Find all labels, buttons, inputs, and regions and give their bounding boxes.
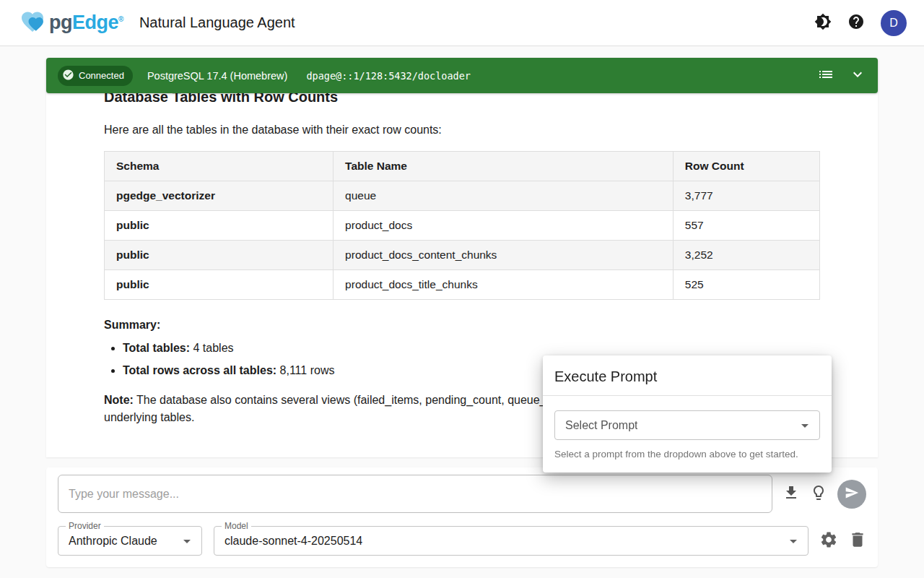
prompt-select[interactable]: Select Prompt — [554, 410, 820, 440]
summary-item-total-tables: Total tables: 4 tables — [123, 342, 820, 355]
composer-panel: Provider Anthropic Claude Model claude-s… — [46, 467, 878, 567]
column-header-table-name: Table Name — [334, 152, 674, 181]
clear-chat-button[interactable] — [849, 532, 866, 550]
dark-mode-icon — [814, 13, 832, 33]
download-icon — [783, 484, 800, 504]
message-intro: Here are all the tables in the database … — [104, 124, 820, 137]
tips-button[interactable] — [810, 486, 827, 503]
model-select-label: Model — [222, 521, 251, 531]
dropdown-arrow-icon — [796, 417, 814, 434]
pgedge-logo-text: pgEdge® — [49, 12, 123, 34]
connection-status-label: Connected — [79, 70, 124, 81]
gear-icon — [819, 530, 838, 551]
dialog-helper-text: Select a prompt from the dropdown above … — [543, 440, 832, 473]
message-heading: Database Tables with Row Counts — [104, 93, 820, 106]
chevron-down-icon — [178, 532, 196, 550]
chevron-down-icon — [849, 66, 866, 85]
connection-bar: Connected PostgreSQL 17.4 (Homebrew) dpa… — [46, 58, 878, 93]
dialog-title: Execute Prompt — [543, 355, 832, 395]
chevron-down-icon — [785, 532, 802, 550]
send-button[interactable] — [837, 480, 866, 509]
provider-select[interactable]: Provider Anthropic Claude — [58, 526, 202, 556]
connection-status-badge: Connected — [58, 66, 133, 86]
provider-select-value: Anthropic Claude — [69, 535, 157, 548]
help-button[interactable] — [847, 14, 865, 32]
prompt-select-value: Select Prompt — [565, 419, 637, 432]
user-avatar[interactable]: D — [881, 10, 907, 36]
collapse-connection-button[interactable] — [849, 67, 866, 85]
results-table: Schema Table Name Row Count pgedge_vecto… — [104, 151, 820, 300]
model-select[interactable]: Model claude-sonnet-4-20250514 — [214, 526, 808, 556]
provider-select-label: Provider — [66, 521, 104, 531]
page-title: Natural Language Agent — [139, 14, 295, 31]
app-header: pgEdge® Natural Language Agent D — [0, 0, 924, 46]
pgedge-logo-icon — [17, 9, 48, 38]
check-circle-icon — [62, 69, 74, 83]
model-select-value: claude-sonnet-4-20250514 — [225, 535, 362, 548]
settings-button[interactable] — [820, 532, 837, 550]
column-header-schema: Schema — [105, 152, 334, 181]
summary-heading: Summary: — [104, 319, 820, 332]
server-version-label: PostgreSQL 17.4 (Homebrew) — [147, 70, 288, 82]
connection-string: dpage@::1/128:5432/docloader — [306, 70, 471, 82]
table-row: public product_docs_title_chunks 525 — [105, 270, 820, 300]
table-row: public product_docs 557 — [105, 211, 820, 241]
table-header-row: Schema Table Name Row Count — [105, 152, 820, 181]
message-input[interactable] — [58, 475, 772, 513]
send-icon — [845, 486, 859, 502]
export-button[interactable] — [783, 486, 800, 503]
pgedge-logo[interactable]: pgEdge® — [17, 9, 123, 38]
table-row: pgedge_vectorizer queue 3,777 — [105, 181, 820, 211]
column-header-row-count: Row Count — [673, 152, 819, 181]
help-icon — [847, 13, 865, 33]
session-list-button[interactable] — [817, 67, 834, 85]
lightbulb-icon — [810, 484, 827, 504]
theme-toggle-button[interactable] — [814, 14, 832, 32]
trash-icon — [848, 530, 867, 551]
execute-prompt-dialog: Execute Prompt Select Prompt Select a pr… — [543, 355, 832, 473]
table-row: public product_docs_content_chunks 3,252 — [105, 241, 820, 270]
list-icon — [817, 66, 834, 85]
